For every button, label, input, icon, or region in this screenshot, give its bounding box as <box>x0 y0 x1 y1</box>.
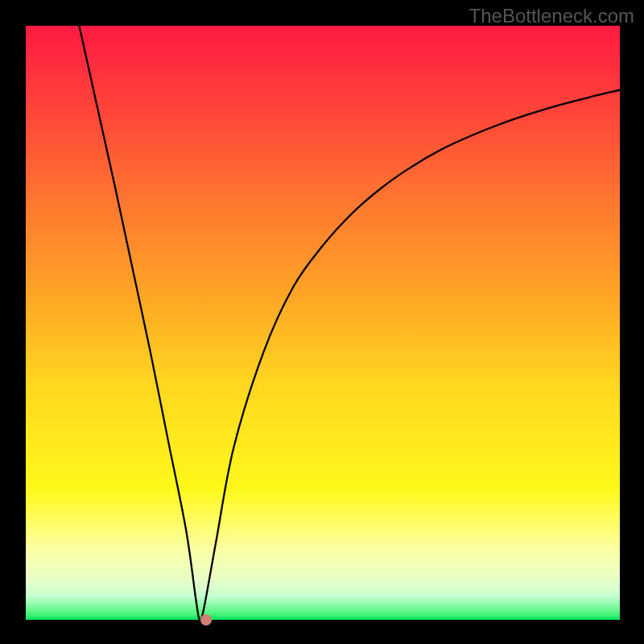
optimal-point-marker <box>200 614 212 625</box>
chart-container: TheBottleneck.com <box>0 0 644 644</box>
watermark-text: TheBottleneck.com <box>469 5 634 27</box>
bottleneck-curve <box>26 26 620 620</box>
